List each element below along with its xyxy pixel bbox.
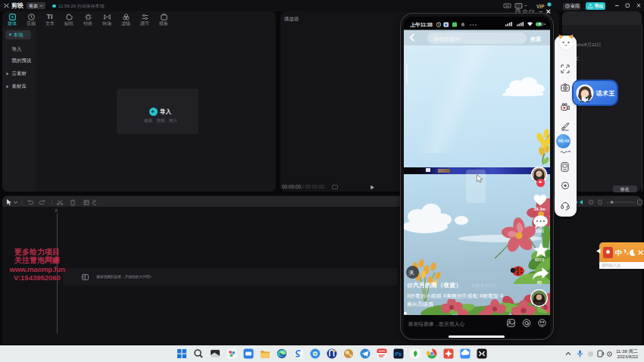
svg-text:VIP: VIP bbox=[536, 4, 545, 9]
svg-text:Ps: Ps bbox=[395, 351, 402, 357]
